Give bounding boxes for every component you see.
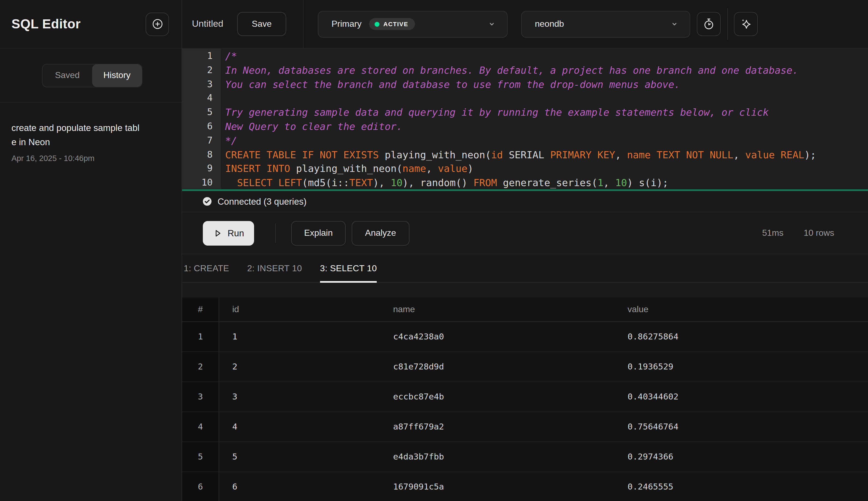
table-cell: 0.2465555 — [614, 472, 868, 501]
table-cell: a87ff679a2 — [380, 412, 614, 441]
table-cell: 6 — [219, 472, 380, 501]
explain-button[interactable]: Explain — [291, 221, 346, 245]
page-title: SQL Editor — [11, 17, 81, 32]
branch-select[interactable]: Primary ACTIVE — [318, 11, 508, 38]
row-number-cell: 2 — [182, 352, 219, 382]
code-line: /* — [225, 49, 868, 63]
save-button[interactable]: Save — [237, 12, 286, 36]
history-item-timestamp: Apr 16, 2025 - 10:46pm — [11, 154, 171, 163]
table-cell: c81e728d9d — [380, 352, 614, 382]
table-cell: 3 — [219, 382, 380, 412]
query-row-count: 10 rows — [804, 228, 834, 238]
actions-divider — [275, 223, 276, 243]
code-line: INSERT INTO playing_with_neon(name, valu… — [225, 162, 868, 176]
line-number-gutter: 12345678910 — [182, 49, 221, 189]
editor-topbar: Untitled Save Primary ACTIVE neondb — [182, 0, 868, 49]
row-number-cell: 1 — [182, 322, 219, 351]
code-line: Try generating sample data and querying … — [225, 105, 868, 119]
sidebar-tab-saved[interactable]: Saved — [43, 64, 92, 86]
database-name: neondb — [535, 19, 564, 29]
stopwatch-icon — [702, 18, 715, 31]
play-icon — [213, 228, 223, 238]
history-item[interactable]: create and populate sample table in Neon… — [11, 121, 171, 163]
history-list: create and populate sample table in Neon… — [0, 103, 182, 501]
results-spacer — [182, 283, 868, 297]
code-line: CREATE TABLE IF NOT EXISTS playing_with_… — [225, 148, 868, 162]
code-line: You can select the branch and database t… — [225, 77, 868, 92]
sidebar-tab-history[interactable]: History — [92, 64, 142, 86]
line-number: 4 — [182, 92, 213, 106]
table-cell: eccbc87e4b — [380, 382, 614, 412]
line-number: 1 — [182, 49, 213, 63]
code-line: In Neon, databases are stored on branche… — [225, 63, 868, 77]
column-header-name: name — [380, 297, 614, 321]
line-number: 3 — [182, 77, 213, 92]
table-row: 661679091c5a0.2465555 — [182, 472, 868, 501]
table-cell: 0.40344602 — [614, 382, 868, 412]
query-history-timing-button[interactable] — [697, 12, 721, 36]
query-actions-bar: Run Explain Analyze 51ms 10 rows — [182, 212, 868, 254]
table-row: 22c81e728d9d0.1936529 — [182, 352, 868, 382]
results-tab[interactable]: 3: SELECT 10 — [320, 254, 377, 282]
results-tab[interactable]: 1: CREATE — [184, 254, 229, 282]
table-body: 11c4ca4238a00.8627586422c81e728d9d0.1936… — [182, 322, 868, 501]
code-line: SELECT LEFT(md5(i::TEXT), 10), random() … — [225, 176, 868, 189]
sidebar: SQL Editor SavedHistory create and popul… — [0, 0, 182, 501]
table-cell: 2 — [219, 352, 380, 382]
code-line: */ — [225, 134, 868, 148]
table-cell: e4da3b7fbb — [380, 442, 614, 471]
check-circle-icon — [202, 196, 213, 207]
line-number: 5 — [182, 105, 213, 119]
line-number: 9 — [182, 162, 213, 176]
active-status-dot — [375, 22, 380, 26]
new-query-button[interactable] — [145, 12, 169, 36]
table-cell: 1 — [219, 322, 380, 351]
results-table: #idnamevalue 11c4ca4238a00.8627586422c81… — [182, 297, 868, 501]
line-number: 2 — [182, 63, 213, 77]
saved-history-switch: SavedHistory — [42, 64, 142, 87]
connection-status-bar: Connected (3 queries) — [182, 191, 868, 212]
table-header-row: #idnamevalue — [182, 297, 868, 322]
chevron-down-icon — [486, 19, 497, 30]
table-cell: 0.75646764 — [614, 412, 868, 441]
line-number: 7 — [182, 134, 213, 148]
connection-status-text: Connected (3 queries) — [218, 196, 307, 206]
table-cell: 5 — [219, 442, 380, 471]
topbar-tools-divider — [727, 8, 728, 40]
analyze-button[interactable]: Analyze — [352, 221, 409, 245]
results-tabs: 1: CREATE2: INSERT 103: SELECT 10 — [182, 254, 868, 283]
table-cell: 0.86275864 — [614, 322, 868, 351]
topbar-divider — [303, 0, 304, 48]
query-duration: 51ms — [762, 228, 783, 238]
query-file-name: Untitled — [192, 19, 237, 30]
ai-assist-button[interactable] — [734, 12, 758, 36]
sparkle-icon — [739, 18, 752, 31]
table-row: 44a87ff679a20.75646764 — [182, 412, 868, 442]
run-button[interactable]: Run — [203, 221, 254, 245]
sql-code-editor[interactable]: 12345678910 /*In Neon, databases are sto… — [182, 49, 868, 189]
results-tab[interactable]: 2: INSERT 10 — [247, 254, 302, 282]
sql-editor-app: SQL Editor SavedHistory create and popul… — [0, 0, 868, 501]
branch-status-badge: ACTIVE — [369, 18, 415, 30]
main-panel: Untitled Save Primary ACTIVE neondb — [182, 0, 868, 501]
code-line — [225, 92, 868, 106]
plus-circle-icon — [151, 18, 164, 31]
line-number: 10 — [182, 176, 213, 190]
branch-status-label: ACTIVE — [383, 21, 408, 27]
row-number-cell: 4 — [182, 412, 219, 441]
code-line: New Query to clear the editor. — [225, 119, 868, 134]
table-cell: 4 — [219, 412, 380, 441]
query-metrics: 51ms 10 rows — [762, 228, 834, 238]
sidebar-header: SQL Editor — [0, 0, 182, 49]
table-cell: c4ca4238a0 — [380, 322, 614, 351]
chevron-down-icon — [669, 19, 680, 30]
table-cell: 0.2974366 — [614, 442, 868, 471]
table-row: 55e4da3b7fbb0.2974366 — [182, 442, 868, 472]
code-content[interactable]: /*In Neon, databases are stored on branc… — [221, 49, 868, 189]
row-number-cell: 3 — [182, 382, 219, 412]
table-cell: 0.1936529 — [614, 352, 868, 382]
column-header-id: id — [219, 297, 380, 321]
run-button-label: Run — [228, 228, 244, 238]
database-select[interactable]: neondb — [521, 11, 690, 38]
sidebar-tabs-row: SavedHistory — [0, 49, 182, 103]
